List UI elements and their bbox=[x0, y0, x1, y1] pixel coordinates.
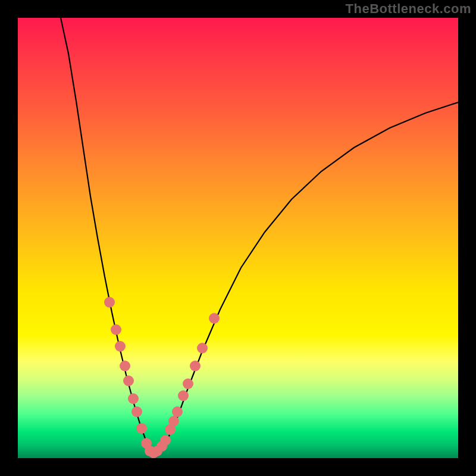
data-point bbox=[131, 406, 142, 417]
data-point bbox=[120, 361, 130, 371]
data-point bbox=[136, 423, 147, 434]
data-point bbox=[209, 313, 220, 324]
bottleneck-curve bbox=[18, 18, 458, 458]
data-point bbox=[160, 435, 171, 446]
data-point-markers bbox=[104, 297, 220, 458]
data-point bbox=[178, 390, 189, 401]
attribution-text: TheBottleneck.com bbox=[346, 1, 471, 17]
data-point bbox=[104, 297, 115, 308]
data-point bbox=[168, 416, 179, 427]
curve-left-branch bbox=[61, 18, 152, 452]
chart-area bbox=[18, 18, 458, 458]
data-point bbox=[128, 393, 139, 404]
data-point bbox=[197, 343, 208, 353]
data-point bbox=[172, 406, 183, 417]
data-point bbox=[111, 324, 121, 335]
data-point bbox=[115, 341, 126, 352]
data-point bbox=[123, 375, 134, 386]
curve-right-branch bbox=[152, 102, 458, 452]
data-point bbox=[183, 378, 193, 389]
data-point bbox=[190, 361, 201, 371]
